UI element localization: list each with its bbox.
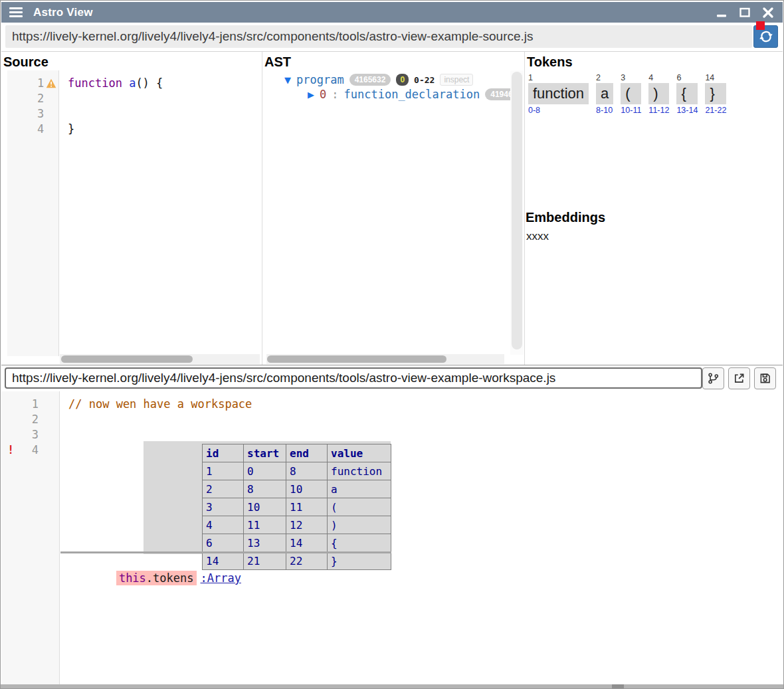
workspace-code[interactable]: // now wen have a workspace id start end…	[60, 391, 783, 686]
token-index: 4	[648, 73, 669, 83]
column-header: id	[203, 444, 244, 462]
ast-colon: :	[332, 88, 338, 101]
minimize-icon[interactable]	[715, 6, 728, 19]
cell-start: 13	[244, 534, 286, 552]
maximize-icon[interactable]	[738, 6, 751, 19]
line-widget-divider	[60, 551, 391, 553]
token-range: 8-10	[596, 106, 613, 116]
line-number: 2	[17, 412, 39, 427]
ast-panel-title: AST	[262, 52, 524, 70]
token-index: 14	[705, 73, 726, 83]
table-header-row: id start end value	[203, 444, 391, 462]
bottom-scrollbar-thumb[interactable]	[612, 684, 624, 688]
ast-hscrollbar	[266, 354, 504, 364]
line-number: 4	[17, 443, 39, 458]
cell-id: 2	[203, 480, 244, 498]
code-line-4: }	[68, 122, 260, 137]
token-range: 21-22	[705, 106, 726, 116]
titlebar: Astro View	[1, 2, 783, 23]
ast-node-label[interactable]: program	[296, 73, 344, 86]
cell-start: 0	[244, 462, 286, 480]
window-title: Astro View	[33, 6, 93, 19]
line-number: 3	[21, 106, 45, 122]
source-url-row	[1, 23, 783, 51]
source-code[interactable]: function a() { }	[60, 70, 260, 356]
cell-start: 21	[244, 552, 286, 570]
source-editor[interactable]: 1 2 3 4 function a() { }	[7, 70, 260, 356]
ast-hscrollbar-thumb[interactable]	[267, 355, 446, 363]
token-item: 2 a 8-10	[596, 73, 613, 116]
source-url-input[interactable]	[5, 25, 752, 48]
refresh-icon	[759, 29, 773, 44]
error-marker[interactable]: !	[1, 443, 17, 458]
version-control-button[interactable]	[702, 367, 724, 389]
cell-end: 14	[286, 534, 328, 552]
line-number: 1	[17, 397, 39, 412]
close-icon[interactable]	[761, 6, 775, 19]
ast-range: 0-22	[414, 75, 435, 85]
cell-start: 8	[244, 480, 286, 498]
cell-value: (	[328, 498, 391, 516]
ast-panel: AST ▼ program 4165632 0 0-22 inspect ▶ 0…	[262, 52, 524, 365]
token-range: 11-12	[648, 106, 669, 116]
source-hscrollbar	[60, 354, 260, 364]
cell-end: 10	[286, 480, 328, 498]
ast-child-index: 0	[320, 88, 326, 101]
token-index: 1	[528, 73, 589, 83]
column-header: end	[286, 444, 328, 462]
table-row: 1 0 8 function	[203, 462, 391, 480]
table-row: 2 8 10 a	[203, 480, 391, 498]
open-external-button[interactable]	[728, 367, 750, 389]
column-header: value	[328, 444, 391, 462]
external-link-icon	[732, 371, 746, 385]
annotation-target: this.tokens	[116, 571, 197, 585]
token-chip[interactable]: function	[528, 83, 589, 104]
collapse-arrow-icon[interactable]: ▼	[284, 75, 291, 85]
reload-button[interactable]	[753, 25, 778, 48]
ast-vscrollbar-thumb[interactable]	[512, 72, 522, 349]
token-range: 13-14	[676, 106, 698, 116]
embeddings-value: xxxx	[526, 230, 549, 243]
cell-end: 8	[286, 462, 328, 480]
cell-id: 3	[203, 498, 244, 516]
expand-arrow-icon[interactable]: ▶	[308, 90, 314, 100]
tokens-panel-title: Tokens	[525, 52, 783, 70]
cell-value: function	[328, 462, 391, 480]
ast-node-label[interactable]: function_declaration	[344, 88, 480, 101]
astro-view-window: Astro View Source 1	[0, 0, 784, 689]
token-chip[interactable]: (	[621, 83, 641, 104]
workspace-editor[interactable]: 1 2 3 !4 // now wen have a workspace id …	[1, 391, 783, 686]
token-chip[interactable]: )	[648, 83, 669, 104]
annotation-label: this.tokens:Array	[62, 554, 241, 570]
workspace-url-row	[1, 366, 783, 391]
token-item: 14 } 21-22	[705, 73, 726, 116]
comment-line: // now wen have a workspace	[68, 397, 252, 412]
source-hscrollbar-thumb[interactable]	[61, 355, 193, 363]
token-range: 0-8	[528, 106, 589, 116]
source-panel: Source 1 2 3 4 function a() { }	[1, 52, 262, 365]
token-chip[interactable]: a	[596, 83, 613, 104]
workspace-url-input[interactable]	[5, 367, 702, 389]
cell-end: 11	[286, 498, 328, 516]
cell-id: 4	[203, 516, 244, 534]
tokens-panel: Tokens 1 function 0-8 2 a 8-10 3 ( 10-11	[524, 52, 783, 365]
token-item: 1 function 0-8	[528, 73, 589, 116]
token-chip[interactable]: {	[676, 83, 698, 104]
line-number: 2	[21, 91, 45, 106]
menu-icon[interactable]	[9, 7, 23, 17]
code-line-2	[68, 91, 260, 106]
line-number: 4	[21, 122, 45, 137]
cell-start: 11	[244, 516, 286, 534]
save-icon	[758, 371, 772, 385]
cell-id: 1	[203, 462, 244, 480]
type-link[interactable]: :Array	[201, 571, 241, 585]
save-button[interactable]	[754, 367, 776, 389]
token-index: 6	[676, 73, 698, 83]
warning-icon[interactable]	[44, 78, 58, 88]
cell-value: {	[328, 534, 391, 552]
table-row: 6 13 14 {	[203, 534, 391, 552]
git-branch-icon	[706, 371, 720, 385]
token-chip[interactable]: }	[705, 83, 726, 104]
inspect-button[interactable]: inspect	[440, 74, 473, 86]
window-bottom-scrollbar	[1, 684, 783, 688]
